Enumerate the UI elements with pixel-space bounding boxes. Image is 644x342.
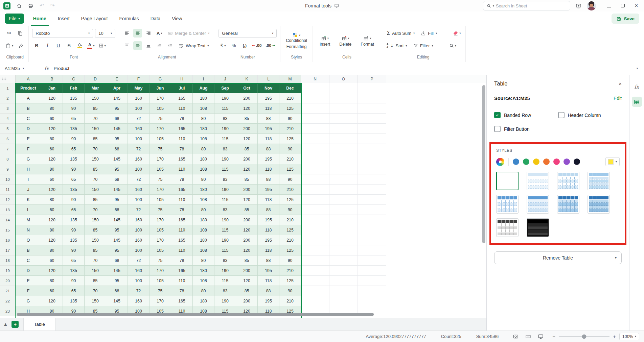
table-cell[interactable]: 170	[150, 266, 171, 276]
table-cell[interactable]: 78	[171, 174, 193, 185]
column-header-O[interactable]: O	[329, 75, 358, 83]
row-header-20[interactable]: 20	[0, 276, 16, 286]
table-cell[interactable]: 72	[128, 205, 150, 215]
table-cell[interactable]: 200	[236, 266, 258, 276]
table-cell[interactable]: 100	[128, 245, 150, 255]
chevron-down-icon[interactable]: ▾	[224, 44, 226, 47]
table-cell[interactable]: 150	[85, 235, 106, 245]
table-cell[interactable]: 75	[150, 255, 171, 266]
table-cell[interactable]: 78	[171, 144, 193, 154]
table-cell[interactable]: 90	[279, 205, 301, 215]
column-header-L[interactable]: L	[258, 75, 279, 83]
underline-button[interactable]: U	[54, 41, 63, 50]
table-cell[interactable]: 60	[41, 174, 63, 185]
table-cell[interactable]: 180	[193, 296, 214, 306]
table-cell[interactable]: 165	[171, 93, 193, 103]
chevron-down-icon[interactable]: ▾	[436, 32, 437, 35]
table-cell[interactable]: 120	[41, 215, 63, 225]
table-cell[interactable]: 68	[106, 144, 128, 154]
table-cell[interactable]: F	[16, 286, 41, 296]
font-family-select[interactable]: Roboto▾	[32, 29, 93, 38]
empty-cell[interactable]	[358, 144, 386, 154]
table-cell[interactable]: 83	[214, 255, 236, 266]
table-cell[interactable]: 115	[214, 195, 236, 205]
empty-cell[interactable]	[329, 276, 358, 286]
row-header-12[interactable]: 12	[0, 195, 16, 205]
table-cell[interactable]: 68	[106, 286, 128, 296]
vertical-scrollbar[interactable]	[482, 85, 485, 243]
table-cell[interactable]: 85	[236, 144, 258, 154]
table-cell[interactable]: 160	[128, 235, 150, 245]
table-cell[interactable]: 108	[193, 245, 214, 255]
table-cell[interactable]: 190	[214, 154, 236, 164]
table-cell[interactable]: 65	[63, 205, 85, 215]
empty-cell[interactable]	[358, 296, 386, 306]
table-cell[interactable]: 120	[236, 276, 258, 286]
table-cell[interactable]: 120	[41, 185, 63, 195]
empty-cell[interactable]	[301, 296, 329, 306]
find-button[interactable]: ▾	[448, 41, 457, 50]
table-cell[interactable]: 195	[258, 296, 279, 306]
table-cell[interactable]: 145	[106, 154, 128, 164]
table-cell[interactable]: H	[16, 164, 41, 174]
table-cell[interactable]: 100	[128, 195, 150, 205]
table-cell[interactable]: 190	[214, 215, 236, 225]
table-cell[interactable]: B	[16, 103, 41, 114]
table-cell[interactable]: 160	[128, 215, 150, 225]
table-cell[interactable]: 195	[258, 266, 279, 276]
table-cell[interactable]: 120	[236, 164, 258, 174]
empty-cell[interactable]	[329, 93, 358, 103]
sheet-tab-table[interactable]: Table	[23, 318, 55, 331]
empty-cell[interactable]	[358, 124, 386, 134]
chevron-down-icon[interactable]: ▾	[207, 44, 209, 47]
table-cell[interactable]: 85	[85, 164, 106, 174]
palette-color[interactable]	[513, 158, 519, 165]
table-cell[interactable]: 150	[85, 215, 106, 225]
table-cell[interactable]: 85	[236, 255, 258, 266]
table-cell[interactable]: 115	[214, 134, 236, 144]
table-cell[interactable]: 105	[150, 164, 171, 174]
empty-cell[interactable]	[358, 225, 386, 235]
table-cell[interactable]: 105	[150, 245, 171, 255]
table-cell[interactable]: 135	[63, 215, 85, 225]
empty-cell[interactable]	[358, 103, 386, 114]
empty-cell[interactable]	[329, 83, 358, 93]
empty-cell[interactable]	[358, 286, 386, 296]
table-cell[interactable]: 145	[106, 93, 128, 103]
empty-cell[interactable]	[301, 93, 329, 103]
row-header-23[interactable]: 23	[0, 306, 16, 316]
table-cell[interactable]: 80	[41, 245, 63, 255]
select-all-corner[interactable]	[0, 75, 16, 83]
table-cell[interactable]: 60	[41, 255, 63, 266]
table-cell[interactable]: 125	[279, 276, 301, 286]
table-cell[interactable]: 200	[236, 185, 258, 195]
tab-page-layout[interactable]: Page Layout	[75, 11, 114, 26]
chevron-down-icon[interactable]: ▾	[105, 44, 106, 47]
table-cell[interactable]: 83	[214, 114, 236, 124]
percent-format-button[interactable]: %	[229, 41, 238, 50]
table-cell[interactable]: 180	[193, 266, 214, 276]
empty-cell[interactable]	[329, 185, 358, 195]
table-cell[interactable]: 90	[63, 134, 85, 144]
table-cell[interactable]: 200	[236, 93, 258, 103]
formula-input[interactable]: Product	[54, 66, 630, 71]
table-cell[interactable]: 115	[214, 164, 236, 174]
empty-cell[interactable]	[329, 174, 358, 185]
chevron-down-icon[interactable]: ▾	[406, 44, 407, 47]
table-cell[interactable]: 80	[41, 195, 63, 205]
tab-home[interactable]: Home	[27, 11, 52, 26]
table-cell[interactable]: 110	[171, 164, 193, 174]
table-cell[interactable]: 145	[106, 235, 128, 245]
file-menu-button[interactable]: File▾	[5, 14, 24, 24]
table-cell[interactable]: 105	[150, 195, 171, 205]
table-cell[interactable]: 80	[193, 114, 214, 124]
palette-color[interactable]	[574, 158, 580, 165]
table-cell[interactable]: 165	[171, 124, 193, 134]
checkbox[interactable]	[558, 112, 565, 118]
table-cell[interactable]: 190	[214, 185, 236, 195]
table-cell[interactable]: 88	[258, 174, 279, 185]
empty-cell[interactable]	[301, 114, 329, 124]
table-cell[interactable]: 195	[258, 154, 279, 164]
table-cell[interactable]: 75	[150, 205, 171, 215]
text-orientation-button[interactable]: A▾	[155, 29, 164, 38]
